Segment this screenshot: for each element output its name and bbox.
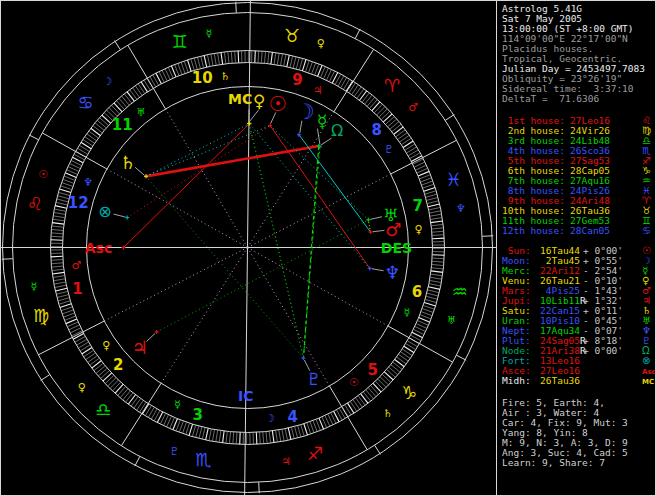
degree-tick xyxy=(135,86,142,96)
planet-row: Midh:26Tau36MC xyxy=(497,376,655,386)
degree-tick xyxy=(100,371,109,379)
degree-tick xyxy=(119,98,127,107)
house-number: 3 xyxy=(192,406,202,424)
degree-tick xyxy=(396,130,406,137)
degree-tick xyxy=(184,61,188,72)
sign-glyph-icon: ♍ xyxy=(33,305,49,326)
degree-tick xyxy=(258,51,259,63)
degree-tick xyxy=(202,428,205,440)
degree-tick xyxy=(142,404,148,414)
chart-wheel[interactable]: ♈♂♉♀♊☿♋☽♌☉♍☿♎♀♏♇♐♃♑♄♒♅♓♆1♂2♀3☿4☽5☉6☿7♀8♇… xyxy=(0,0,496,496)
degree-tick xyxy=(373,383,381,392)
degree-tick xyxy=(431,221,443,223)
degree-tick xyxy=(114,103,122,112)
degree-tick xyxy=(95,123,104,131)
planet-glyph-pluto: ♇ xyxy=(306,369,321,389)
house-cusp-dotted xyxy=(248,112,334,248)
house-cusp-dotted xyxy=(161,248,247,384)
degree-tick xyxy=(102,115,111,123)
degree-tick xyxy=(89,131,99,138)
degree-tick xyxy=(99,118,108,126)
house-cusp-dotted xyxy=(166,109,248,248)
house-number: 1 xyxy=(72,280,82,298)
degree-tick xyxy=(431,268,443,269)
degree-tick xyxy=(128,395,135,405)
planet-pointer xyxy=(114,214,126,217)
sign-ruler-icon: ♀ xyxy=(317,37,325,50)
degree-tick xyxy=(421,178,432,182)
zodiac-sign-icon: ♋ xyxy=(642,226,651,236)
degree-tick xyxy=(423,305,434,309)
planet-pointer xyxy=(135,167,144,175)
degree-tick xyxy=(360,91,367,101)
degree-tick xyxy=(305,60,309,71)
planet-pointer xyxy=(250,110,259,122)
planet-pointer xyxy=(373,230,385,231)
degree-tick xyxy=(377,106,385,115)
degree-tick xyxy=(88,356,98,363)
degree-tick xyxy=(383,114,392,122)
degree-tick xyxy=(371,386,379,395)
house-row: 12th house:28Can05♋ xyxy=(497,226,655,236)
degree-tick xyxy=(141,82,147,92)
degree-tick xyxy=(400,135,410,142)
degree-tick xyxy=(86,353,96,360)
planet-glyph-saturn: ♄ xyxy=(120,152,136,173)
degree-tick xyxy=(92,361,101,368)
house-cusp-dotted xyxy=(248,248,330,387)
degree-tick xyxy=(429,284,441,286)
degree-tick xyxy=(55,206,67,209)
degree-tick xyxy=(426,197,438,200)
house-number: 2 xyxy=(113,356,123,374)
degree-tick xyxy=(228,51,229,63)
house-cusp-value: 28Can05 xyxy=(570,226,610,236)
degree-tick xyxy=(358,396,365,406)
degree-tick xyxy=(56,202,68,205)
degree-tick xyxy=(302,59,306,70)
sign-glyph-icon: ♌ xyxy=(27,193,43,214)
sign-ruler-icon: ♃ xyxy=(281,455,291,468)
degree-tick xyxy=(226,431,227,443)
degree-tick xyxy=(427,293,439,296)
degree-tick xyxy=(426,194,438,197)
degree-tick xyxy=(51,233,63,234)
degree-tick xyxy=(125,393,132,402)
degree-tick xyxy=(261,51,262,63)
degree-tick xyxy=(51,263,63,264)
degree-tick xyxy=(293,57,296,69)
degree-tick xyxy=(295,426,298,438)
degree-tick xyxy=(52,272,64,274)
degree-tick xyxy=(380,377,389,385)
degree-tick xyxy=(256,432,257,444)
degree-tick xyxy=(268,52,269,64)
degree-tick xyxy=(54,212,66,214)
house-label: 12th house: xyxy=(502,226,565,236)
sign-glyph-icon: ♋ xyxy=(78,92,94,113)
house-ruler-icon: ☉ xyxy=(349,376,359,389)
degree-tick xyxy=(432,258,444,259)
degree-tick xyxy=(57,295,69,298)
sign-boundary xyxy=(456,355,466,360)
sign-boundary xyxy=(259,482,260,493)
degree-tick xyxy=(209,429,211,441)
degree-tick xyxy=(430,277,442,279)
sign-ruler-icon: ☿ xyxy=(206,27,213,40)
aspect-line-quincunx xyxy=(249,124,303,359)
degree-tick xyxy=(55,285,67,287)
degree-tick xyxy=(62,310,73,314)
degree-tick xyxy=(304,424,308,435)
degree-tick xyxy=(98,368,107,376)
sign-glyph-icon: ♒ xyxy=(452,281,468,302)
sign-glyph-icon: ♐ xyxy=(307,443,323,464)
degree-tick xyxy=(221,52,223,64)
info-line: DeltaT = 71.6306 xyxy=(497,94,655,104)
house-ruler-icon: ♄ xyxy=(220,70,230,83)
planet-icon: ⊗ xyxy=(642,356,650,366)
planet-glyph-moon: ☽ xyxy=(296,100,315,124)
degree-tick xyxy=(392,124,401,132)
degree-tick xyxy=(312,63,316,74)
degree-tick xyxy=(266,432,267,444)
astrolog-window: ♈♂♉♀♊☿♋☽♌☉♍☿♎♀♏♇♐♃♑♄♒♅♓♆1♂2♀3☿4☽5☉6☿7♀8♇… xyxy=(0,0,656,496)
degree-tick xyxy=(218,53,220,65)
degree-tick xyxy=(301,425,304,436)
